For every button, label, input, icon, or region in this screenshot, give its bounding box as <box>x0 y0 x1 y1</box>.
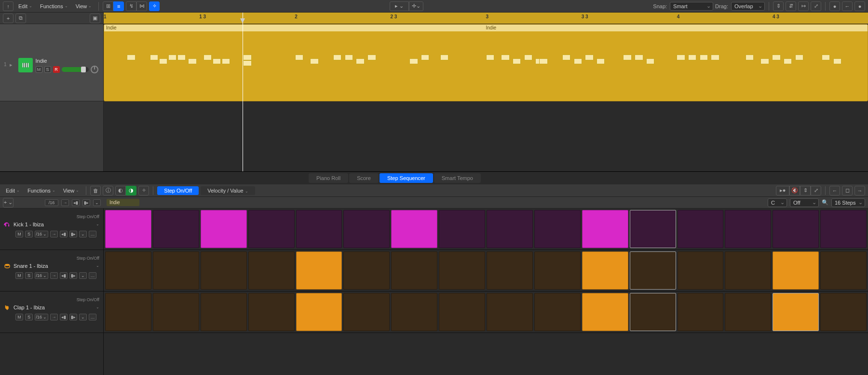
tab-smart-tempo[interactable]: Smart Tempo <box>434 173 481 183</box>
step-cell[interactable] <box>582 210 628 248</box>
midi-note[interactable] <box>188 58 196 64</box>
tab-piano-roll[interactable]: Piano Roll <box>309 173 348 183</box>
midi-note[interactable] <box>746 55 754 60</box>
row-shift-right-icon[interactable]: ▮▸ <box>69 314 77 320</box>
midi-out-icon[interactable]: ◐ <box>115 186 126 195</box>
global-division-select[interactable]: /16 <box>45 199 58 206</box>
mute-button[interactable]: M <box>36 66 42 73</box>
scale-select[interactable]: Off <box>790 198 819 207</box>
alt-tool-icon[interactable]: ✛⌄ <box>409 1 423 11</box>
global-direction-icon[interactable]: → <box>61 199 69 206</box>
step-cell[interactable] <box>534 293 581 331</box>
midi-note[interactable] <box>243 60 251 66</box>
seq-page-icon[interactable]: ◻ <box>842 186 853 195</box>
midi-note[interactable] <box>243 55 251 60</box>
midi-note[interactable] <box>168 55 176 60</box>
step-cell[interactable] <box>487 293 533 331</box>
snap-toggle-icon[interactable]: ✧ <box>149 1 160 11</box>
automation-icon[interactable]: ↯ <box>126 1 136 11</box>
pattern-name-label[interactable]: Indie <box>107 199 139 206</box>
midi-note[interactable] <box>513 58 521 64</box>
midi-note[interactable] <box>222 58 230 64</box>
midi-note[interactable] <box>159 58 167 64</box>
row-shift-right-icon[interactable]: ▮▸ <box>69 231 77 237</box>
midi-note[interactable] <box>772 55 780 60</box>
midi-note[interactable] <box>501 55 509 60</box>
row-expand-icon[interactable]: ⌄ <box>79 314 87 320</box>
vert-zoom-auto-icon[interactable]: ⇵ <box>786 1 796 11</box>
mode-velocity[interactable]: Velocity / Value ⌄ <box>201 186 255 195</box>
seq-edit-menu[interactable]: Edit⌄ <box>3 186 23 195</box>
live-record-icon[interactable]: ▸● <box>776 186 789 195</box>
tab-score[interactable]: Score <box>349 173 379 183</box>
midi-note[interactable] <box>784 58 792 64</box>
row-mute-button[interactable]: M <box>15 272 23 279</box>
step-cell[interactable] <box>630 251 676 290</box>
step-cell[interactable] <box>248 251 295 290</box>
seq-zoom-in-icon[interactable]: → <box>854 186 865 195</box>
midi-note[interactable] <box>486 55 494 60</box>
midi-note[interactable] <box>356 58 364 64</box>
row-more-icon[interactable]: … <box>89 272 96 279</box>
add-row-button[interactable]: + ⌄ <box>3 198 14 208</box>
midi-note[interactable] <box>539 58 547 64</box>
row-division-select[interactable]: /16 ⌄ <box>35 231 48 237</box>
step-cell[interactable] <box>439 293 485 331</box>
vert-zoom-seq-icon[interactable]: ⇕ <box>800 186 811 195</box>
pan-knob[interactable] <box>91 66 98 73</box>
flex-icon[interactable]: ⋈ <box>136 1 147 11</box>
seq-row-header[interactable]: Snare 1 - Ibiza⌄ Step On/Off M S /16 ⌄ →… <box>0 250 103 292</box>
arrangement-area[interactable]: 11 322 333 344 35 Indie Indie <box>104 13 868 171</box>
steps-select[interactable]: 16 Steps <box>831 198 865 207</box>
midi-note[interactable] <box>677 55 685 60</box>
tab-step-sequencer[interactable]: Step Sequencer <box>380 173 433 183</box>
step-cell[interactable] <box>630 293 676 331</box>
playhead[interactable] <box>243 13 243 171</box>
step-cell[interactable] <box>248 210 295 248</box>
midi-note[interactable] <box>345 55 353 60</box>
midi-note[interactable] <box>524 55 532 60</box>
solo-button[interactable]: S <box>44 66 51 73</box>
pointer-tool-icon[interactable]: ▸ ⌄ <box>390 1 409 11</box>
row-shift-right-icon[interactable]: ▮▸ <box>69 272 77 279</box>
step-cell[interactable] <box>725 251 771 290</box>
edit-menu[interactable]: Edit⌄ <box>15 2 35 11</box>
midi-note[interactable] <box>700 55 708 60</box>
zoom-v-slider[interactable]: ● <box>829 1 840 11</box>
row-expand-icon[interactable]: ⌄ <box>79 231 87 237</box>
row-shift-left-icon[interactable]: ◂▮ <box>60 272 68 279</box>
step-cell[interactable] <box>201 251 247 290</box>
functions-menu[interactable]: Functions⌄ <box>37 2 71 11</box>
info-icon[interactable]: ⓘ <box>103 186 113 195</box>
step-cell[interactable] <box>820 210 867 248</box>
global-shift-right-icon[interactable]: ▮▸ <box>82 199 90 206</box>
midi-region[interactable]: Indie Indie <box>104 24 868 101</box>
midi-note[interactable] <box>574 58 582 64</box>
view-menu[interactable]: View⌄ <box>73 2 95 11</box>
midi-note[interactable] <box>760 58 769 64</box>
step-cell[interactable] <box>630 210 676 248</box>
step-cell[interactable] <box>582 293 628 331</box>
step-cell[interactable] <box>487 251 533 290</box>
row-solo-button[interactable]: S <box>25 272 33 279</box>
step-cell[interactable] <box>678 251 724 290</box>
midi-note[interactable] <box>127 55 135 60</box>
midi-note[interactable] <box>203 55 212 60</box>
track-instrument-icon[interactable] <box>18 58 33 72</box>
delete-icon[interactable]: 🗑 <box>90 186 101 195</box>
step-cell[interactable] <box>201 210 247 248</box>
step-cell[interactable] <box>296 210 342 248</box>
row-solo-button[interactable]: S <box>25 314 33 320</box>
row-shift-left-icon[interactable]: ◂▮ <box>60 231 68 237</box>
midi-note[interactable] <box>635 55 643 60</box>
row-more-icon[interactable]: … <box>89 231 96 237</box>
step-cell[interactable] <box>296 251 342 290</box>
step-cell[interactable] <box>678 293 724 331</box>
row-division-select[interactable]: /16 ⌄ <box>35 314 48 320</box>
step-cell[interactable] <box>439 210 485 248</box>
step-cell[interactable] <box>105 293 151 331</box>
step-cell[interactable] <box>534 210 581 248</box>
vert-zoom-in-icon[interactable]: ⇕ <box>773 1 784 11</box>
zoom-h-slider[interactable]: ● <box>854 1 865 11</box>
midi-note[interactable] <box>440 55 448 60</box>
